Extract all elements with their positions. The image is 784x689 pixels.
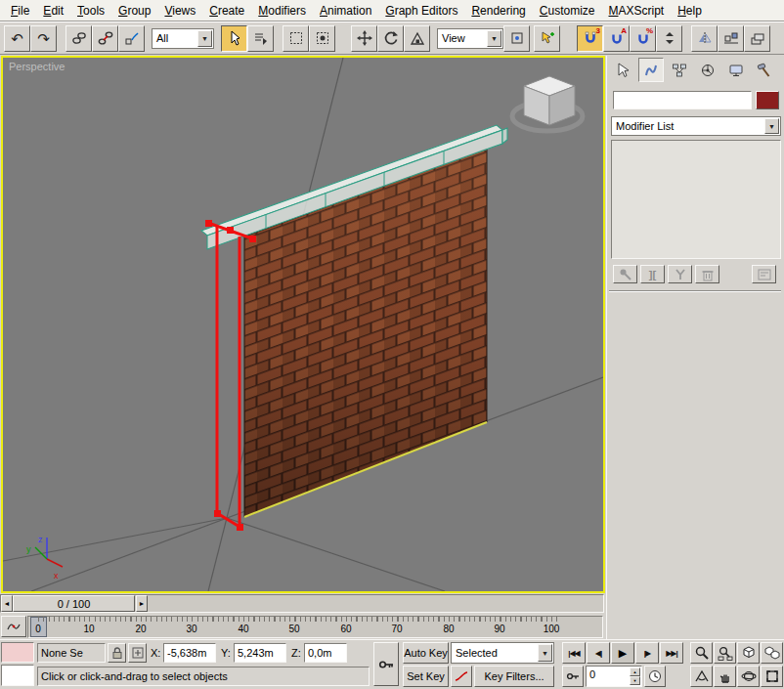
modifier-list-arrow[interactable]: ▼ <box>764 118 779 134</box>
menu-animation[interactable]: Animation <box>313 1 378 21</box>
percent-snap-button[interactable]: % <box>630 25 656 52</box>
align-button[interactable] <box>718 25 744 52</box>
show-end-result-button[interactable]: ][ <box>640 265 665 283</box>
set-key-button[interactable]: Set Key <box>403 666 449 687</box>
reference-coordinate-dropdown[interactable]: View ▼ <box>437 28 503 49</box>
unlink-selection-button[interactable] <box>92 25 118 52</box>
selection-filter-dropdown[interactable]: All ▼ <box>152 28 214 49</box>
key-mode-toggle-button[interactable] <box>562 666 584 687</box>
modifier-list-dropdown[interactable]: Modifier List ▼ <box>611 116 781 136</box>
maximize-viewport-button[interactable] <box>761 666 783 687</box>
goto-start-icon: |◀◀ <box>568 649 580 658</box>
goto-end-button[interactable]: ▶▶| <box>660 642 683 664</box>
maxscript-mini-listener-pink[interactable] <box>1 642 34 663</box>
next-frame-button[interactable]: |▶ <box>635 642 659 664</box>
viewport-canvas[interactable]: z y x <box>3 58 603 591</box>
tab-create[interactable] <box>610 58 635 82</box>
undo-button[interactable]: ↶ <box>4 25 30 52</box>
absolute-mode-button[interactable] <box>128 643 147 663</box>
time-slider-button[interactable]: 0 / 100 <box>13 595 135 612</box>
select-and-manipulate-button[interactable] <box>534 25 560 52</box>
tab-motion[interactable] <box>695 58 720 82</box>
menu-tools[interactable]: Tools <box>70 1 111 21</box>
spinner-up-button[interactable]: ▲ <box>630 667 640 676</box>
time-configuration-button[interactable] <box>644 666 666 687</box>
coord-z-field[interactable]: 0,0m <box>304 643 347 663</box>
zoom-extents-all-button[interactable] <box>761 642 783 664</box>
menu-graph-editors[interactable]: Graph Editors <box>378 1 464 21</box>
angle-snap-button[interactable]: A <box>603 25 630 52</box>
window-crossing-button[interactable] <box>309 25 335 52</box>
default-tangent-button[interactable] <box>451 666 472 687</box>
coord-x-field[interactable]: -5,638m <box>163 643 216 663</box>
make-unique-button[interactable] <box>668 265 692 283</box>
selection-filter-arrow[interactable]: ▼ <box>197 30 212 47</box>
key-mode-arrow[interactable]: ▼ <box>538 644 552 662</box>
spinner-snap-button[interactable] <box>656 25 682 52</box>
menu-customize[interactable]: Customize <box>533 1 602 21</box>
configure-modifier-sets-button[interactable] <box>752 265 776 283</box>
pan-button[interactable] <box>714 666 736 687</box>
trackbar-tick-label: 20 <box>135 624 146 634</box>
object-color-swatch[interactable] <box>756 91 779 109</box>
zoom-all-button[interactable] <box>714 642 736 664</box>
auto-key-button[interactable]: Auto Key <box>403 642 449 664</box>
modifier-stack-list[interactable] <box>611 140 781 259</box>
rotate-icon <box>383 30 399 46</box>
menu-edit[interactable]: Edit <box>36 1 70 21</box>
goto-start-button[interactable]: |◀◀ <box>562 642 586 664</box>
maxscript-mini-listener-white[interactable] <box>1 665 34 686</box>
select-and-link-button[interactable] <box>65 25 92 52</box>
redo-button[interactable]: ↷ <box>30 25 57 52</box>
use-pivot-center-button[interactable] <box>503 25 530 52</box>
select-and-scale-button[interactable] <box>404 25 430 52</box>
spinner-down-button[interactable]: ▼ <box>630 676 640 685</box>
menu-rendering[interactable]: Rendering <box>464 1 532 21</box>
menu-modifiers[interactable]: Modifiers <box>251 1 313 21</box>
bind-to-spacewarp-button[interactable] <box>118 25 145 52</box>
key-mode-dropdown[interactable]: Selected ▼ <box>451 642 554 664</box>
time-slider-prev-arrow[interactable]: ◄ <box>1 595 13 612</box>
selection-region-button[interactable] <box>283 25 309 52</box>
menu-maxscript[interactable]: MAXScript <box>602 1 672 21</box>
layer-manager-button[interactable] <box>744 25 770 52</box>
menu-create[interactable]: Create <box>202 1 251 21</box>
select-and-rotate-button[interactable] <box>377 25 404 52</box>
viewport-perspective[interactable]: z y x Perspective <box>1 56 605 593</box>
tab-utilities[interactable] <box>752 58 777 82</box>
object-name-input[interactable] <box>614 92 751 104</box>
tab-modify[interactable] <box>638 58 664 82</box>
select-and-move-button[interactable] <box>351 25 377 52</box>
viewcube-widget[interactable] <box>512 76 583 131</box>
viewport-label[interactable]: Perspective <box>9 61 65 72</box>
menu-file[interactable]: File <box>4 1 36 21</box>
selection-lock-button[interactable] <box>108 643 126 663</box>
mini-curve-editor-button[interactable] <box>1 616 26 637</box>
pin-stack-button[interactable] <box>613 265 637 283</box>
menu-group[interactable]: Group <box>111 1 157 21</box>
current-frame-field[interactable]: ▲▼ <box>586 666 642 687</box>
zoom-extents-button[interactable] <box>737 642 760 664</box>
time-slider-next-arrow[interactable]: ► <box>136 595 148 612</box>
trackbar-ruler[interactable]: 0 10 20 30 40 50 60 70 80 90 100 <box>27 616 603 638</box>
tab-display[interactable] <box>723 58 749 82</box>
set-keys-button[interactable] <box>373 642 399 686</box>
play-button[interactable]: ▶ <box>611 642 634 664</box>
select-object-button[interactable] <box>221 25 247 52</box>
mirror-button[interactable] <box>691 25 718 52</box>
select-by-name-button[interactable] <box>247 25 274 52</box>
zoom-button[interactable] <box>690 642 713 664</box>
coord-system-arrow[interactable]: ▼ <box>487 30 501 47</box>
snaps-toggle-button[interactable]: 3 <box>577 25 603 52</box>
key-filters-button[interactable]: Key Filters... <box>474 666 554 687</box>
previous-frame-button[interactable]: ◀| <box>587 642 610 664</box>
menu-help[interactable]: Help <box>671 1 709 21</box>
remove-modifier-button[interactable] <box>695 265 719 283</box>
field-of-view-button[interactable] <box>690 666 713 687</box>
menu-views[interactable]: Views <box>157 1 202 21</box>
object-name-field[interactable] <box>613 91 752 109</box>
coord-y-field[interactable]: 5,243m <box>234 643 286 663</box>
arc-rotate-button[interactable] <box>737 666 760 687</box>
time-slider: ◄ 0 / 100 ► <box>0 593 606 615</box>
tab-hierarchy[interactable] <box>667 58 692 82</box>
